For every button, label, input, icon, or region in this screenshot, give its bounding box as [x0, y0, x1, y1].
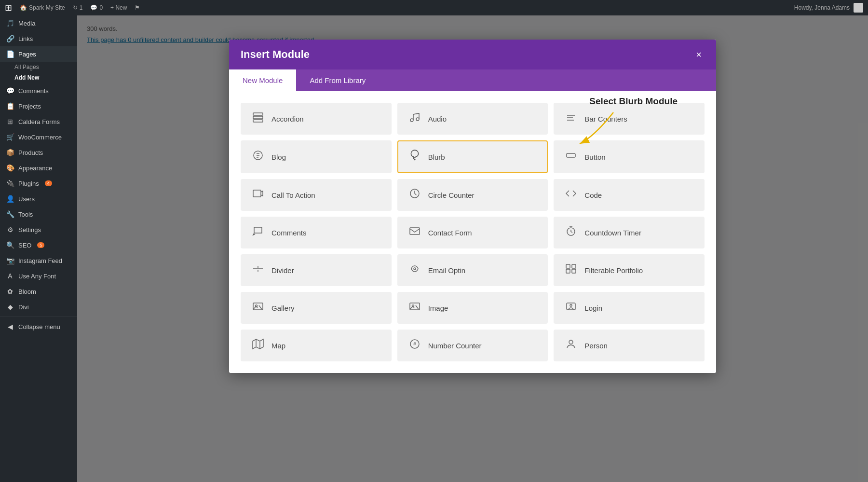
map-icon — [251, 338, 265, 353]
svg-rect-14 — [410, 228, 420, 234]
sidebar-item-use-any-font[interactable]: A Use Any Font — [0, 268, 77, 284]
module-item-circle-counter[interactable]: Circle Counter — [397, 179, 548, 211]
sidebar-item-caldera[interactable]: ⊞ Caldera Forms — [0, 114, 77, 129]
comments-icon: 💬 — [6, 87, 14, 95]
svg-point-5 — [416, 118, 419, 121]
module-label-email-optin: Email Optin — [428, 266, 466, 275]
home-icon: 🏠 — [20, 4, 27, 11]
sidebar-item-appearance[interactable]: 🎨 Appearance — [0, 160, 77, 176]
sidebar-item-projects[interactable]: 📋 Projects — [0, 98, 77, 114]
topbar-updates[interactable]: ↻ 1 — [73, 4, 83, 11]
sidebar-item-links[interactable]: 🔗 Links — [0, 31, 77, 46]
pages-icon: 📄 — [6, 50, 14, 58]
topbar-site[interactable]: 🏠 Spark My Site — [20, 4, 65, 11]
topbar-plugin[interactable]: ⚑ — [135, 4, 140, 11]
module-item-login[interactable]: Login — [554, 292, 705, 324]
appearance-icon: 🎨 — [6, 164, 14, 172]
sidebar-item-pages[interactable]: 📄 Pages — [0, 46, 77, 62]
modal-title: Insert Module — [241, 48, 310, 61]
plugins-icon: 🔌 — [6, 179, 14, 187]
login-icon — [564, 301, 578, 315]
sidebar-item-users[interactable]: 👤 Users — [0, 191, 77, 207]
module-item-accordion[interactable]: Accordion — [241, 103, 392, 135]
svg-marker-30 — [253, 339, 263, 349]
sidebar-item-bloom[interactable]: ✿ Bloom — [0, 284, 77, 299]
module-label-map: Map — [271, 342, 285, 350]
sidebar-item-seo[interactable]: 🔍 SEO 5 — [0, 237, 77, 253]
module-item-email-optin[interactable]: Email Optin — [397, 254, 548, 286]
sidebar-item-divi[interactable]: ◆ Divi — [0, 299, 77, 315]
email-optin-icon — [408, 263, 421, 277]
circle-counter-icon — [408, 188, 421, 202]
sidebar: 🎵 Media 🔗 Links 📄 Pages All Pages Add Ne… — [0, 15, 77, 482]
svg-rect-21 — [572, 264, 576, 268]
topbar-new[interactable]: + New — [110, 4, 127, 11]
module-label-countdown-timer: Countdown Timer — [584, 229, 641, 237]
sidebar-sub-all-pages[interactable]: All Pages — [0, 62, 77, 72]
topbar-comments[interactable]: 💬 0 — [90, 4, 103, 11]
call-to-action-icon — [251, 188, 265, 202]
comment-icon: 💬 — [90, 4, 97, 11]
module-item-bar-counters[interactable]: Bar Counters — [554, 103, 705, 135]
avatar — [854, 3, 863, 13]
module-label-contact-form: Contact Form — [428, 229, 472, 237]
module-item-comments[interactable]: Comments — [241, 217, 392, 248]
module-item-blurb[interactable]: Blurb — [397, 140, 548, 173]
module-item-gallery[interactable]: Gallery — [241, 292, 392, 324]
wp-logo[interactable]: ⊞ — [5, 2, 12, 13]
sidebar-item-tools[interactable]: 🔧 Tools — [0, 207, 77, 222]
sidebar-item-comments[interactable]: 💬 Comments — [0, 83, 77, 98]
module-item-filterable-portfolio[interactable]: Filterable Portfolio — [554, 254, 705, 286]
sidebar-item-instagram[interactable]: 📷 Instagram Feed — [0, 253, 77, 268]
module-label-number-counter: Number Counter — [428, 342, 482, 350]
module-item-person[interactable]: Person — [554, 330, 705, 361]
module-label-gallery: Gallery — [271, 304, 295, 312]
modal-header: Insert Module × — [229, 40, 716, 69]
module-item-divider[interactable]: Divider — [241, 254, 392, 286]
bar-counters-icon — [564, 111, 578, 126]
module-item-countdown-timer[interactable]: Countdown Timer — [554, 217, 705, 248]
sidebar-item-woo[interactable]: 🛒 WooCommerce — [0, 129, 77, 145]
collapse-icon: ◀ — [6, 323, 14, 331]
countdown-timer-icon — [564, 225, 578, 240]
sidebar-sub-add-new[interactable]: Add New — [0, 72, 77, 83]
module-item-blog[interactable]: Blog — [241, 140, 392, 173]
module-label-bar-counters: Bar Counters — [584, 115, 627, 123]
person-icon — [564, 338, 578, 353]
svg-rect-20 — [566, 264, 570, 268]
module-label-circle-counter: Circle Counter — [428, 191, 475, 199]
projects-icon: 📋 — [6, 102, 14, 110]
module-item-number-counter[interactable]: # Number Counter — [397, 330, 548, 361]
modal-close-button[interactable]: × — [693, 49, 705, 60]
tab-add-from-library[interactable]: Add From Library — [296, 69, 379, 91]
image-icon — [408, 301, 421, 315]
links-icon: 🔗 — [6, 35, 14, 42]
module-label-code: Code — [584, 191, 602, 199]
modal-tabs: New Module Add From Library — [229, 69, 716, 91]
users-icon: 👤 — [6, 195, 14, 203]
svg-rect-11 — [567, 153, 575, 157]
svg-rect-23 — [572, 269, 576, 273]
sidebar-item-settings[interactable]: ⚙ Settings — [0, 222, 77, 237]
sidebar-item-products[interactable]: 📦 Products — [0, 145, 77, 160]
module-item-audio[interactable]: Audio — [397, 103, 548, 135]
products-icon: 📦 — [6, 149, 14, 156]
svg-rect-3 — [253, 120, 263, 122]
tab-new-module[interactable]: New Module — [229, 69, 296, 91]
module-item-image[interactable]: Image — [397, 292, 548, 324]
instagram-icon: 📷 — [6, 257, 14, 264]
module-item-code[interactable]: Code — [554, 179, 705, 211]
sidebar-item-plugins[interactable]: 🔌 Plugins 4 — [0, 176, 77, 191]
topbar-user: Howdy, Jenna Adams — [794, 3, 863, 13]
module-item-call-to-action[interactable]: Call To Action — [241, 179, 392, 211]
module-item-map[interactable]: Map — [241, 330, 392, 361]
divider-icon — [251, 263, 265, 277]
module-item-contact-form[interactable]: Contact Form — [397, 217, 548, 248]
module-item-button[interactable]: Button — [554, 140, 705, 173]
svg-point-4 — [410, 119, 413, 122]
sidebar-item-media[interactable]: 🎵 Media — [0, 15, 77, 31]
settings-icon: ⚙ — [6, 226, 14, 234]
sidebar-item-collapse[interactable]: ◀ Collapse menu — [0, 319, 77, 334]
modal-overlay: Insert Module × New Module Add From Libr… — [77, 15, 868, 482]
audio-icon — [408, 111, 421, 126]
